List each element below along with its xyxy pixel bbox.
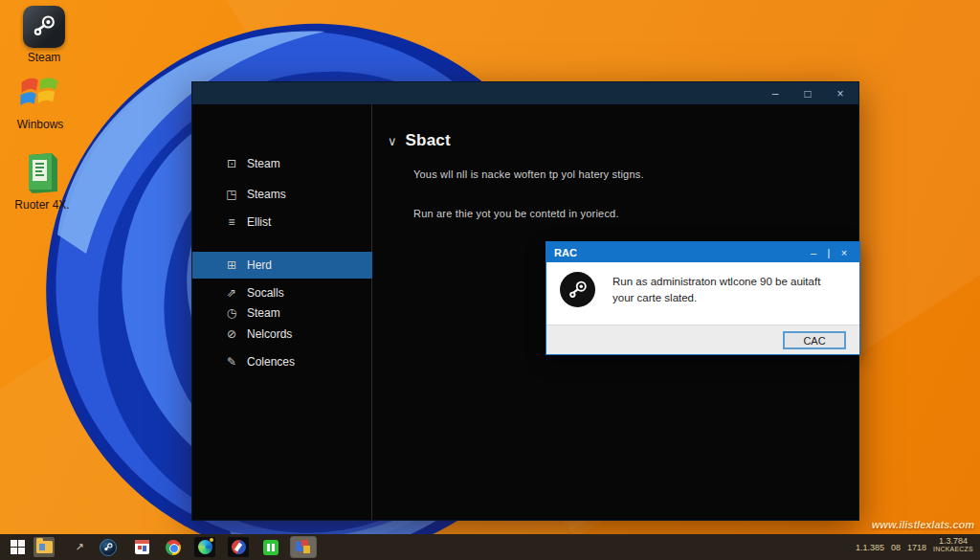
dialog-divider-glyph: | xyxy=(821,247,836,258)
system-tray[interactable]: 1.1.385 08 1718 xyxy=(856,534,926,560)
controller-icon: ◳ xyxy=(224,188,239,201)
folder-icon xyxy=(36,541,53,553)
steam-logo-icon xyxy=(23,6,65,48)
arrow-icon: ↗ xyxy=(75,541,83,553)
sidebar-item-ellist[interactable]: ≡ Ellist xyxy=(192,212,372,233)
sidebar-item-socalls[interactable]: ⇗ Socalls xyxy=(192,282,372,303)
list-icon: ≡ xyxy=(224,215,239,229)
dialog-message: Run as administraton wtlcone 90 be auita… xyxy=(612,270,848,321)
hidden-icons-button[interactable]: ↗ xyxy=(69,537,90,557)
taskbar: ↗ 1.1.385 08 1718 1.3.784 INCKAECZS xyxy=(0,534,980,560)
minimize-button[interactable]: – xyxy=(767,85,784,102)
file-explorer-button[interactable] xyxy=(33,537,55,557)
pencil-icon: ✎ xyxy=(224,355,239,369)
sidebar-item-steam-2[interactable]: ◷ Steam xyxy=(192,302,372,324)
green-file-icon xyxy=(23,151,61,195)
steam-logo-icon xyxy=(560,272,595,307)
blocked-circle-icon: ⊘ xyxy=(224,327,239,341)
compass-icon xyxy=(232,540,246,554)
dialog-close-button[interactable]: × xyxy=(836,247,852,258)
sidebar-item-nelcords[interactable]: ⊘ Nelcords xyxy=(192,324,372,345)
sidebar-item-label: Ellist xyxy=(247,215,271,229)
browser-app-button[interactable] xyxy=(194,537,215,557)
chrome-icon xyxy=(166,540,181,555)
sidebar-item-label: Steam xyxy=(247,157,280,170)
watermark-text: www.ilistlexlats.com xyxy=(872,519,974,530)
tray-value-3: 1718 xyxy=(907,543,926,552)
dialog-footer: CAC xyxy=(546,325,859,354)
sidebar-item-label: Steams xyxy=(247,188,286,201)
description-line-1: Yous wll nll is nacke woften tp yol hate… xyxy=(413,168,644,180)
tray-clock-top: 1.3.784 xyxy=(928,536,978,546)
sidebar-item-label: Herd xyxy=(247,258,272,272)
desktop-icon-label: Steam xyxy=(28,52,61,64)
share-arrow-icon: ⇗ xyxy=(224,286,239,300)
windows-flag-icon xyxy=(15,69,65,115)
rac-dialog: RAC – | × Run as administraton wtlcone 9… xyxy=(546,241,860,355)
dialog-body: Run as administraton wtlcone 90 be auita… xyxy=(546,262,859,325)
desktop-icon-label: Winbows xyxy=(17,119,64,131)
clock-icon: ◷ xyxy=(224,306,239,320)
green-media-icon xyxy=(263,540,278,555)
close-button[interactable]: × xyxy=(832,85,849,102)
colorful-app-icon xyxy=(296,540,311,554)
window-titlebar[interactable]: – □ × xyxy=(192,82,858,104)
compass-app-button[interactable] xyxy=(228,537,249,557)
steam-circle-icon xyxy=(100,539,117,556)
start-button[interactable] xyxy=(7,537,28,557)
maximize-button[interactable]: □ xyxy=(799,85,816,102)
sidebar-item-steams[interactable]: ◳ Steams xyxy=(192,184,372,205)
monitor-icon: ⊡ xyxy=(224,157,239,170)
grid-icon: ⊞ xyxy=(224,258,239,272)
sidebar-item-steam[interactable]: ⊡ Steam xyxy=(192,153,372,174)
dialog-title: RAC xyxy=(554,247,806,258)
chrome-button[interactable] xyxy=(163,537,184,557)
steam-taskbar-button[interactable] xyxy=(98,537,119,557)
calendar-app-button[interactable] xyxy=(131,537,152,557)
media-app-button[interactable] xyxy=(260,537,281,557)
sidebar-item-label: Colences xyxy=(247,355,295,369)
sidebar: ⊡ Steam ◳ Steams ≡ Ellist ⊞ Herd ⇗ Socal… xyxy=(192,104,372,520)
windows-start-icon xyxy=(11,540,25,554)
sidebar-item-label: Socalls xyxy=(247,286,284,300)
active-app-button[interactable] xyxy=(291,537,316,557)
sidebar-item-herd[interactable]: ⊞ Herd xyxy=(192,252,372,279)
chevron-down-icon[interactable]: ∨ xyxy=(388,134,397,148)
dialog-minimize-button[interactable]: – xyxy=(806,247,821,258)
globe-browser-icon xyxy=(198,540,212,554)
tray-clock-bottom: INCKAECZS xyxy=(928,546,978,553)
desktop-icon-steam[interactable]: Steam xyxy=(8,6,80,64)
section-heading: Sbact xyxy=(406,131,451,150)
description-line-2: Run are thie yot you be contetd in yorie… xyxy=(413,208,619,219)
desktop-icon-label: Ruoter 4X. xyxy=(14,199,69,212)
sidebar-item-label: Nelcords xyxy=(247,327,292,341)
calendar-icon xyxy=(135,540,149,554)
tray-clock[interactable]: 1.3.784 INCKAECZS xyxy=(928,536,978,553)
sidebar-item-colences[interactable]: ✎ Colences xyxy=(192,351,372,372)
dialog-titlebar[interactable]: RAC – | × xyxy=(546,242,859,262)
cac-button[interactable]: CAC xyxy=(783,331,846,349)
tray-value-2: 08 xyxy=(891,543,901,552)
desktop-icon-ruoter[interactable]: Ruoter 4X. xyxy=(6,151,78,212)
tray-value-1: 1.1.385 xyxy=(856,543,884,552)
sidebar-item-label: Steam xyxy=(247,306,280,320)
desktop-icon-windows[interactable]: Winbows xyxy=(4,69,77,131)
